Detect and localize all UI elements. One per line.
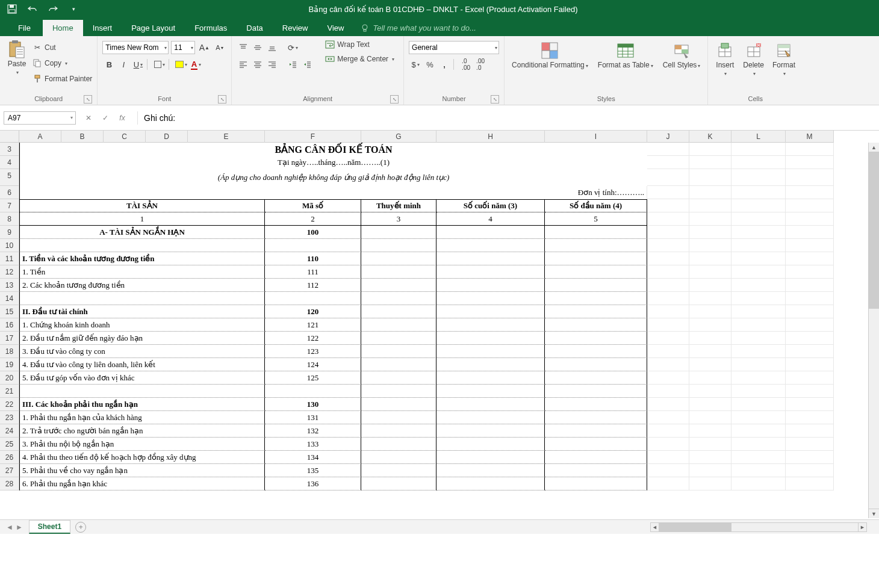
clipboard-launcher[interactable]: ⤡ bbox=[84, 95, 92, 104]
cell[interactable] bbox=[689, 398, 731, 411]
cell[interactable] bbox=[436, 318, 545, 332]
cell[interactable] bbox=[265, 186, 361, 199]
cell[interactable]: Mã số bbox=[265, 199, 361, 212]
cell[interactable] bbox=[436, 345, 545, 358]
col-header-E[interactable]: E bbox=[188, 131, 265, 143]
col-header-B[interactable]: B bbox=[61, 131, 104, 143]
cell[interactable] bbox=[689, 371, 731, 385]
cell[interactable] bbox=[647, 305, 689, 318]
cell[interactable] bbox=[545, 464, 647, 477]
cell[interactable] bbox=[647, 226, 689, 239]
sheet-tab-sheet1[interactable]: Sheet1 bbox=[29, 520, 70, 534]
cell[interactable] bbox=[689, 464, 731, 477]
align-center-icon[interactable] bbox=[251, 58, 264, 71]
cell[interactable] bbox=[689, 239, 731, 252]
cell[interactable] bbox=[731, 239, 786, 252]
cell[interactable] bbox=[436, 279, 545, 292]
cell[interactable] bbox=[689, 265, 731, 279]
cell[interactable] bbox=[545, 358, 647, 371]
cell[interactable] bbox=[647, 358, 689, 371]
cell[interactable]: 121 bbox=[265, 318, 361, 332]
align-top-icon[interactable] bbox=[237, 41, 250, 54]
row-header-14[interactable]: 14 bbox=[0, 292, 19, 305]
cell[interactable]: 136 bbox=[265, 477, 361, 491]
cell[interactable] bbox=[689, 252, 731, 265]
tab-insert[interactable]: Insert bbox=[83, 20, 122, 36]
cell[interactable] bbox=[786, 371, 834, 385]
cell[interactable] bbox=[436, 239, 545, 252]
cell[interactable] bbox=[731, 424, 786, 438]
increase-indent-icon[interactable] bbox=[300, 58, 314, 71]
cell[interactable] bbox=[545, 477, 647, 491]
col-header-I[interactable]: I bbox=[545, 131, 647, 143]
cell[interactable] bbox=[689, 199, 731, 212]
cell[interactable] bbox=[265, 239, 361, 252]
cell[interactable] bbox=[731, 279, 786, 292]
copy-button[interactable]: Copy▾ bbox=[33, 57, 92, 70]
cell[interactable] bbox=[361, 239, 436, 252]
cell[interactable] bbox=[689, 212, 731, 226]
font-name-combo[interactable]: Times New Rom▾ bbox=[102, 41, 169, 54]
cell[interactable]: Tại ngày…..tháng…..năm……..(1) bbox=[19, 156, 647, 169]
row-header-16[interactable]: 16 bbox=[0, 318, 19, 332]
cell[interactable]: (Áp dụng cho doanh nghiệp không đáp ứng … bbox=[19, 169, 647, 186]
cell[interactable]: A- TÀI SẢN NGẮN HẠN bbox=[19, 226, 265, 239]
col-header-L[interactable]: L bbox=[731, 131, 786, 143]
cell[interactable] bbox=[545, 279, 647, 292]
cell[interactable]: 1. Chứng khoán kinh doanh bbox=[19, 318, 265, 332]
cell[interactable] bbox=[731, 438, 786, 451]
cell[interactable] bbox=[647, 398, 689, 411]
italic-button[interactable]: I bbox=[117, 58, 130, 71]
cell[interactable] bbox=[545, 371, 647, 385]
cell[interactable] bbox=[361, 345, 436, 358]
cell[interactable] bbox=[19, 186, 265, 199]
scroll-left-icon[interactable]: ◄ bbox=[651, 523, 659, 531]
cell[interactable]: 110 bbox=[265, 252, 361, 265]
cell[interactable] bbox=[361, 438, 436, 451]
row-header-22[interactable]: 22 bbox=[0, 398, 19, 411]
col-header-H[interactable]: H bbox=[436, 131, 545, 143]
cell[interactable] bbox=[731, 156, 786, 169]
cell[interactable] bbox=[545, 265, 647, 279]
row-header-21[interactable]: 21 bbox=[0, 385, 19, 398]
cell[interactable]: 2. Các khoản tương đương tiền bbox=[19, 279, 265, 292]
cell[interactable] bbox=[545, 305, 647, 318]
undo-icon[interactable] bbox=[26, 3, 39, 15]
cell[interactable] bbox=[689, 292, 731, 305]
row-header-9[interactable]: 9 bbox=[0, 226, 19, 239]
cell[interactable] bbox=[786, 169, 834, 186]
delete-cells-button[interactable]: Delete▾ bbox=[741, 40, 766, 78]
cell[interactable] bbox=[19, 385, 265, 398]
cell[interactable] bbox=[436, 411, 545, 424]
cell[interactable] bbox=[689, 451, 731, 464]
cell[interactable] bbox=[731, 252, 786, 265]
cell[interactable] bbox=[647, 477, 689, 491]
cell[interactable] bbox=[647, 252, 689, 265]
cell[interactable] bbox=[647, 156, 689, 169]
cell[interactable]: 133 bbox=[265, 438, 361, 451]
cell[interactable] bbox=[647, 169, 689, 186]
cell[interactable] bbox=[731, 345, 786, 358]
fx-icon[interactable]: fx bbox=[117, 114, 128, 122]
cell[interactable]: Số đầu năm (4) bbox=[545, 199, 647, 212]
cell[interactable]: Đơn vị tính:……….. bbox=[545, 186, 647, 199]
col-header-C[interactable]: C bbox=[104, 131, 146, 143]
cell[interactable] bbox=[361, 371, 436, 385]
cell[interactable] bbox=[786, 239, 834, 252]
cell[interactable]: I. Tiền và các khoản tương đương tiền bbox=[19, 252, 265, 265]
cell[interactable]: 122 bbox=[265, 332, 361, 345]
cell[interactable] bbox=[689, 385, 731, 398]
cell[interactable] bbox=[545, 438, 647, 451]
row-header-28[interactable]: 28 bbox=[0, 477, 19, 491]
tell-me-search[interactable]: Tell me what you want to do... bbox=[353, 20, 483, 36]
fill-color-button[interactable]: ▾ bbox=[175, 58, 188, 71]
add-sheet-button[interactable]: + bbox=[75, 522, 86, 533]
font-size-combo[interactable]: 11▾ bbox=[171, 41, 195, 54]
cell[interactable] bbox=[689, 411, 731, 424]
cell[interactable] bbox=[647, 345, 689, 358]
row-header-27[interactable]: 27 bbox=[0, 464, 19, 477]
tab-review[interactable]: Review bbox=[273, 20, 318, 36]
cell[interactable] bbox=[361, 186, 436, 199]
cell[interactable] bbox=[647, 464, 689, 477]
vertical-scrollbar[interactable]: ▲ ▼ bbox=[868, 143, 879, 518]
